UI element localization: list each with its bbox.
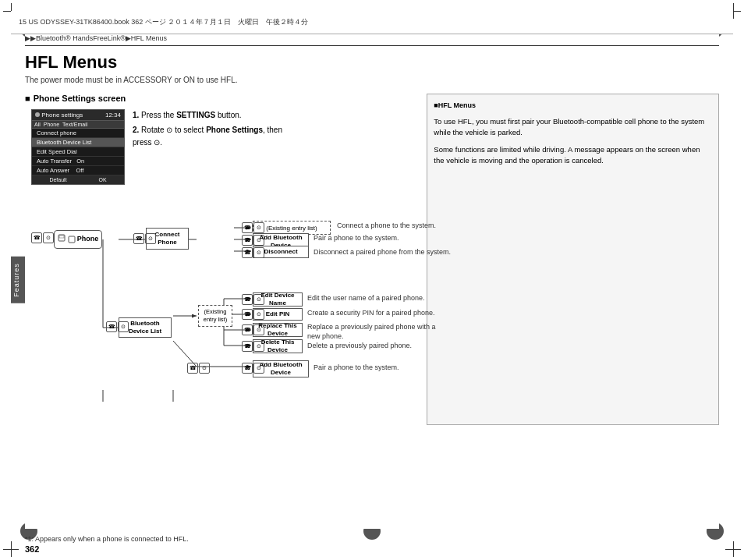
desc-delete-device: Delete a previously paired phone. [307,341,463,351]
icons-before-replace: ☎ ⊙ [242,324,264,335]
icons-before-add-bt-bottom: ☎ ⊙ [242,363,264,374]
screen-and-steps: Phone settings 12:34 All Phone Text/Emai… [25,109,414,193]
screen-item-connect-phone: Connect phone [32,129,124,138]
screen-item-speed-dial: Edit Speed Dial [32,147,124,157]
main-content: ▶▶Bluetooth® HandsFreeLink®▶HFL Menus HF… [25,34,719,529]
screen-item-bt-device-list: Bluetooth Device List [32,138,124,147]
desc-replace-device: Replace a previously paired phone with a… [307,323,463,341]
icons-before-phone: ☎ ⊙ [31,232,54,243]
icons-before-delete: ☎ ⊙ [242,341,264,352]
desc-existing-top: Connect a phone to the system. [337,221,493,231]
corner-mark-br [725,541,741,557]
breadcrumb: ▶▶Bluetooth® HandsFreeLink®▶HFL Menus [25,34,719,46]
section-heading-phone-settings: Phone Settings screen [25,94,414,103]
desc-edit-pin: Create a security PIN for a paired phone… [307,308,479,318]
svg-rect-27 [69,236,75,243]
info-box: ■HFL Menus To use HFL, you must first pa… [427,94,719,425]
step-2: 2. Rotate ⊙ to select Phone Settings, th… [133,124,282,149]
flow-box-existing-mid: (Existingentry list) [198,305,232,327]
two-column-layout: Phone Settings screen Phone settings 12:… [25,94,719,425]
screen-dot: Phone settings [35,112,83,119]
icons-before-edit-name: ☎ ⊙ [242,294,264,305]
screen-item-auto-answer: Auto Answer Off [32,166,124,175]
step-1: 1. Press the SETTINGS button. [133,109,282,122]
screen-item-auto-transfer: Auto Transfer On [32,157,124,166]
icons-before-bt-list: ☎ ⊙ [106,321,129,332]
icons-before-add-bt-lower: ☎ ⊙ [187,363,210,374]
corner-mark-bl [3,541,19,557]
icons-before-connect-phone: ☎ ⊙ [133,233,156,244]
screen-tabs: All Phone Text/Email [32,121,124,129]
desc-add-bt-bottom: Pair a phone to the system. [314,363,469,373]
icons-before-edit-pin: ☎ ⊙ [242,309,264,320]
desc-disconnect: Disconnect a paired phone from the syste… [314,247,485,257]
icons-before-add-bt-top: ☎ ⊙ [242,235,264,246]
info-box-para1: To use HFL, you must first pair your Blu… [434,116,712,139]
info-box-para2: Some functions are limited while driving… [434,144,712,167]
desc-add-bt-top: Pair a phone to the system. [314,233,469,243]
screen-footer: Default OK [32,175,124,184]
screen-header: Phone settings 12:34 [32,110,124,121]
left-column: Phone Settings screen Phone settings 12:… [25,94,414,425]
subtitle-text: The power mode must be in ACCESSORY or O… [25,76,719,84]
icons-before-disconnect: ☎ ⊙ [242,247,264,258]
steps: 1. Press the SETTINGS button. 2. Rotate … [133,109,282,151]
side-tab-features: Features [11,257,25,303]
svg-rect-26 [59,236,64,238]
icons-before-existing-top: ☎ ⊙ [242,222,264,233]
phone-screen-mockup: Phone settings 12:34 All Phone Text/Emai… [31,109,125,185]
page-title: HFL Menus [25,52,719,73]
print-header: 15 US ODYSSEY-31TK86400.book 362 ページ ２０１… [11,11,733,34]
flow-diagram: Phone ConnectPhone (Existing entry list)… [25,199,414,425]
footnote: *1: Appears only when a phone is connect… [25,535,189,543]
info-box-title: ■HFL Menus [434,101,712,112]
print-info: 15 US ODYSSEY-31TK86400.book 362 ページ ２０１… [19,17,308,27]
flow-box-phone: Phone [54,230,102,249]
desc-edit-device-name: Edit the user name of a paired phone. [307,293,463,303]
page-number: 362 [25,544,39,554]
